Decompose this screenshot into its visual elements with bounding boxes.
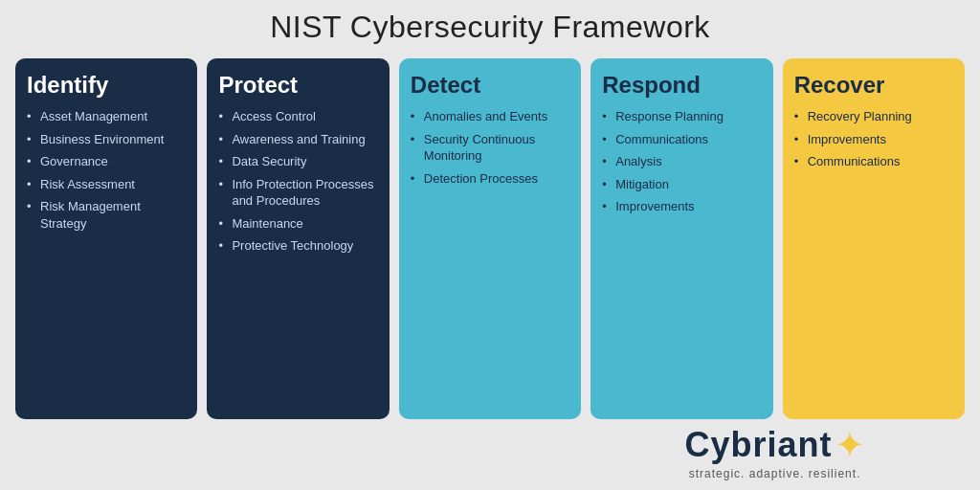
- detect-item-1: Security Continuous Monitoring: [411, 131, 569, 165]
- logo-tagline: strategic. adaptive. resilient.: [689, 467, 861, 480]
- identify-item-0: Asset Management: [27, 108, 186, 125]
- protect-header: Protect: [218, 72, 377, 99]
- protect-item-2: Data Security: [218, 153, 377, 170]
- framework-columns: IdentifyAsset ManagementBusiness Environ…: [15, 58, 965, 419]
- identify-item-1: Business Environment: [27, 131, 186, 148]
- identify-list: Asset ManagementBusiness EnvironmentGove…: [27, 108, 186, 237]
- column-respond: RespondResponse PlanningCommunicationsAn…: [590, 58, 772, 419]
- respond-list: Response PlanningCommunicationsAnalysisM…: [602, 108, 761, 221]
- detect-item-2: Detection Processes: [411, 170, 569, 188]
- protect-item-4: Maintenance: [218, 215, 377, 233]
- respond-item-1: Communications: [602, 131, 761, 148]
- detect-header: Detect: [411, 72, 569, 99]
- respond-item-4: Improvements: [602, 198, 761, 215]
- respond-header: Respond: [602, 72, 761, 99]
- column-recover: RecoverRecovery PlanningImprovementsComm…: [783, 58, 965, 419]
- recover-item-0: Recovery Planning: [794, 108, 953, 125]
- logo-area: Cybriant✦strategic. adaptive. resilient.: [585, 425, 965, 480]
- recover-header: Recover: [794, 72, 953, 99]
- respond-item-2: Analysis: [602, 153, 761, 170]
- column-detect: DetectAnomalies and EventsSecurity Conti…: [399, 58, 581, 419]
- page-title: NIST Cybersecurity Framework: [270, 10, 710, 45]
- detect-item-0: Anomalies and Events: [411, 108, 569, 125]
- protect-item-0: Access Control: [218, 108, 377, 125]
- page-container: NIST Cybersecurity Framework IdentifyAss…: [0, 0, 980, 490]
- identify-header: Identify: [27, 72, 186, 99]
- bottom-area: Cybriant✦strategic. adaptive. resilient.: [15, 425, 965, 480]
- respond-item-3: Mitigation: [602, 176, 761, 193]
- logo-text: Cybriant✦: [685, 425, 865, 465]
- detect-list: Anomalies and EventsSecurity Continuous …: [411, 108, 569, 192]
- recover-item-1: Improvements: [794, 131, 953, 148]
- recover-list: Recovery PlanningImprovementsCommunicati…: [794, 108, 953, 176]
- protect-item-1: Awareness and Training: [218, 131, 377, 148]
- column-protect: ProtectAccess ControlAwareness and Train…: [207, 58, 389, 419]
- protect-list: Access ControlAwareness and TrainingData…: [218, 108, 377, 260]
- identify-item-2: Governance: [27, 153, 186, 170]
- logo-name: Cybriant: [685, 425, 833, 465]
- recover-item-2: Communications: [794, 153, 953, 170]
- logo-star-icon: ✦: [835, 427, 865, 463]
- protect-item-5: Protective Technology: [218, 237, 377, 255]
- protect-item-3: Info Protection Processes and Procedures: [218, 176, 377, 210]
- column-identify: IdentifyAsset ManagementBusiness Environ…: [15, 58, 197, 419]
- identify-item-3: Risk Assessment: [27, 176, 186, 193]
- identify-item-4: Risk Management Strategy: [27, 198, 186, 232]
- respond-item-0: Response Planning: [602, 108, 761, 125]
